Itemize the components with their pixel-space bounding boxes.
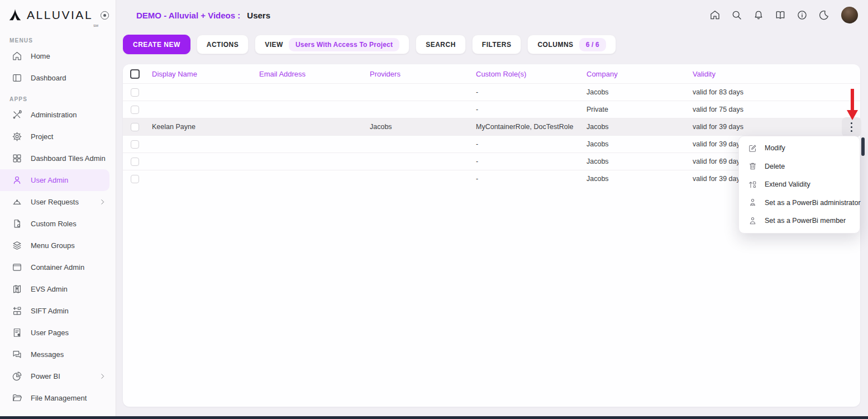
cell-validity: valid for 39 days xyxy=(693,123,860,131)
sidebar-item-custom-roles[interactable]: Custom Roles xyxy=(0,213,116,235)
chat-icon xyxy=(12,349,22,360)
menu-item-modify[interactable]: Modify xyxy=(739,139,860,158)
sidebar-item-label: EVS Admin xyxy=(31,285,68,293)
red-arrow-annotation xyxy=(845,89,860,122)
chevron-right-icon xyxy=(99,373,106,380)
sidebar-item-evs-admin[interactable]: EVS Admin xyxy=(0,278,116,300)
row-checkbox[interactable] xyxy=(131,106,139,114)
brand-name: ALLUVIAL xyxy=(27,8,93,22)
lambda-icon xyxy=(8,8,22,22)
sidebar-item-label: Dashboard xyxy=(31,74,66,82)
sidebar-section-apps: APPS xyxy=(9,96,116,102)
topbar-actions xyxy=(709,7,858,23)
info-icon[interactable] xyxy=(797,9,808,21)
cell-company: Jacobs xyxy=(586,88,693,96)
scrollbar-thumb[interactable] xyxy=(861,137,865,156)
sidebar-item-container-admin[interactable]: Container Admin xyxy=(0,256,116,278)
sidebar-item-messages[interactable]: Messages xyxy=(0,344,116,365)
document-badge-icon xyxy=(12,218,22,229)
sidebar-item-file-management[interactable]: File Management xyxy=(0,387,116,409)
dashboard-icon xyxy=(12,73,22,83)
menu-item-label: Set as a PowerBi administrator xyxy=(765,199,861,207)
logo-row: ALLUVIAL SM xyxy=(0,0,116,30)
menu-item-extend-validity[interactable]: Extend Validity xyxy=(739,175,860,194)
sidebar-item-dashboard-tiles-admin[interactable]: Dashboard Tiles Admin xyxy=(0,147,116,169)
search-button[interactable]: SEARCH xyxy=(416,35,466,54)
sift-boxes-icon xyxy=(12,306,22,316)
sidebar-item-label: Dashboard Tiles Admin xyxy=(31,154,106,163)
bell-icon[interactable] xyxy=(753,9,764,21)
user-admin-icon xyxy=(748,198,757,207)
actions-button[interactable]: ACTIONS xyxy=(197,35,249,54)
sidebar-item-user-admin[interactable]: User Admin xyxy=(0,169,109,191)
table-row[interactable]: - Private valid for 75 days xyxy=(123,101,860,118)
cell-company: Private xyxy=(586,106,693,113)
row-checkbox[interactable] xyxy=(131,158,139,166)
cell-providers: Jacobs xyxy=(370,123,476,131)
cell-custom-roles: - xyxy=(476,140,586,148)
sidebar-item-power-bi[interactable]: Power BI xyxy=(0,365,116,387)
view-button-label: VIEW xyxy=(265,41,283,49)
page-info-icon xyxy=(12,327,22,338)
book-icon[interactable] xyxy=(775,9,786,21)
sidebar-item-label: Home xyxy=(31,52,50,60)
search-icon[interactable] xyxy=(731,9,742,21)
sidebar-item-administration[interactable]: Administration xyxy=(0,104,116,126)
select-all-checkbox[interactable] xyxy=(130,69,140,79)
home-icon[interactable] xyxy=(709,9,721,21)
table-header-row: Display Name Email Address Providers Cus… xyxy=(123,64,860,83)
sidebar-section-menus: MENUS xyxy=(9,37,116,44)
user-icon xyxy=(12,175,22,185)
grid-icon xyxy=(12,153,22,164)
layers-icon xyxy=(12,240,22,251)
menu-item-delete[interactable]: Delete xyxy=(739,158,860,176)
row-checkbox[interactable] xyxy=(131,88,139,97)
sidebar-item-sift-admin[interactable]: SIFT Admin xyxy=(0,300,116,322)
user-member-icon xyxy=(748,216,757,226)
sidebar-item-user-requests[interactable]: User Requests xyxy=(0,191,116,213)
sidebar-item-dashboard[interactable]: Dashboard xyxy=(0,67,116,89)
view-value-badge: Users With Access To Project xyxy=(289,38,399,51)
menu-item-label: Delete xyxy=(765,163,785,170)
menu-item-label: Set as a PowerBi member xyxy=(765,217,846,225)
sidebar-item-label: Custom Roles xyxy=(31,220,77,228)
users-table-card: Display Name Email Address Providers Cus… xyxy=(123,64,860,407)
menu-item-label: Modify xyxy=(765,144,785,152)
sidebar-collapse-toggle-icon[interactable] xyxy=(101,11,109,20)
sidebar-item-menu-groups[interactable]: Menu Groups xyxy=(0,235,116,256)
table-row-selected[interactable]: Keelan Payne Jacobs MyContainerRole, Doc… xyxy=(123,118,860,135)
view-button[interactable]: VIEW Users With Access To Project xyxy=(255,35,409,54)
menu-item-set-powerbi-administrator[interactable]: Set as a PowerBi administrator xyxy=(739,194,860,212)
sidebar: ALLUVIAL SM MENUS Home Dashboard APPS Ad… xyxy=(0,0,116,419)
columns-count-badge: 6 / 6 xyxy=(579,38,606,51)
columns-button-label: COLUMNS xyxy=(537,41,573,49)
create-new-button[interactable]: CREATE NEW xyxy=(123,35,190,54)
row-checkbox[interactable] xyxy=(131,123,139,131)
cell-company: Jacobs xyxy=(586,158,693,165)
cell-company: Jacobs xyxy=(586,175,693,183)
row-checkbox[interactable] xyxy=(131,175,139,183)
cell-custom-roles: - xyxy=(476,88,586,96)
filters-button[interactable]: FILTERS xyxy=(472,35,522,54)
sidebar-item-label: Project xyxy=(31,132,53,141)
row-checkbox[interactable] xyxy=(131,140,139,149)
chevron-right-icon xyxy=(99,198,106,206)
sidebar-item-project[interactable]: Project xyxy=(0,126,116,147)
brand-trademark: SM xyxy=(93,24,98,27)
app-window: ALLUVIAL SM MENUS Home Dashboard APPS Ad… xyxy=(0,0,868,419)
sidebar-item-label: User Requests xyxy=(31,198,79,206)
avatar[interactable] xyxy=(841,7,858,23)
window-bottom-edge xyxy=(0,416,868,419)
sidebar-item-home[interactable]: Home xyxy=(0,45,116,67)
columns-button[interactable]: COLUMNS 6 / 6 xyxy=(527,35,616,54)
sidebar-item-label: Container Admin xyxy=(31,263,84,272)
sidebar-item-user-pages[interactable]: User Pages xyxy=(0,322,116,344)
menu-item-set-powerbi-member[interactable]: Set as a PowerBi member xyxy=(739,212,860,230)
breadcrumb: DEMO - Alluvial + Videos : xyxy=(136,11,240,20)
cell-company: Jacobs xyxy=(586,123,693,131)
moon-icon[interactable] xyxy=(818,9,829,21)
map-pin-icon xyxy=(12,284,22,294)
table-row[interactable]: - Jacobs valid for 83 days xyxy=(123,83,860,101)
page-title: Users xyxy=(247,11,270,20)
column-header-email: Email Address xyxy=(259,70,370,78)
